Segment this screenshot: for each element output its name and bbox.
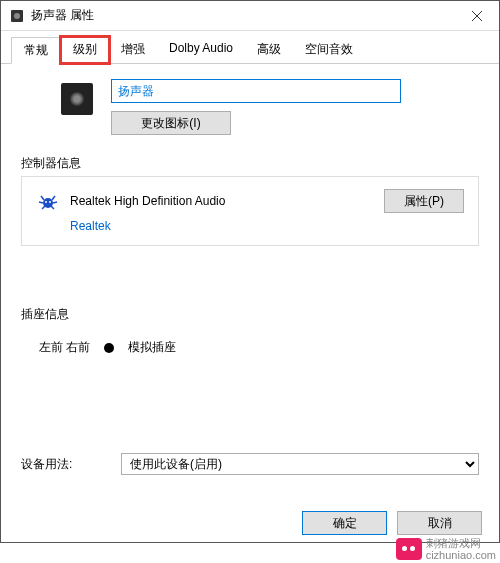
jack-color-indicator xyxy=(104,343,114,353)
jack-position: 左前 右前 xyxy=(39,339,90,356)
tab-advanced[interactable]: 高级 xyxy=(245,37,293,63)
jack-type: 模拟插座 xyxy=(128,339,176,356)
svg-point-3 xyxy=(45,201,47,203)
watermark-icon xyxy=(396,538,422,560)
tab-enhancements[interactable]: 增强 xyxy=(109,37,157,63)
ok-button[interactable]: 确定 xyxy=(302,511,387,535)
vendor-link[interactable]: Realtek xyxy=(70,219,111,233)
close-button[interactable] xyxy=(454,1,499,30)
dialog-buttons: 确定 取消 xyxy=(302,511,482,535)
realtek-icon xyxy=(36,189,60,213)
tab-dolby[interactable]: Dolby Audio xyxy=(157,37,245,63)
tab-levels[interactable]: 级别 xyxy=(61,37,109,63)
change-icon-button[interactable]: 更改图标(I) xyxy=(111,111,231,135)
watermark-line2: cizhuniao.com xyxy=(426,549,496,561)
titlebar: 扬声器 属性 xyxy=(1,1,499,31)
speaker-icon xyxy=(61,83,93,115)
svg-point-1 xyxy=(14,13,20,19)
device-header: 更改图标(I) xyxy=(61,79,479,135)
tab-spatial[interactable]: 空间音效 xyxy=(293,37,365,63)
tab-general[interactable]: 常规 xyxy=(11,37,61,64)
svg-point-4 xyxy=(49,201,51,203)
usage-label: 设备用法: xyxy=(21,456,111,473)
watermark-line1: 刺猪游戏网 xyxy=(426,537,496,549)
jack-group-label: 插座信息 xyxy=(21,306,479,323)
controller-group: Realtek High Definition Audio 属性(P) Real… xyxy=(21,176,479,246)
tab-strip: 常规 级别 增强 Dolby Audio 高级 空间音效 xyxy=(1,31,499,64)
device-name-input[interactable] xyxy=(111,79,401,103)
controller-properties-button[interactable]: 属性(P) xyxy=(384,189,464,213)
properties-dialog: 扬声器 属性 常规 级别 增强 Dolby Audio 高级 空间音效 更改图标… xyxy=(0,0,500,543)
cancel-button[interactable]: 取消 xyxy=(397,511,482,535)
controller-name: Realtek High Definition Audio xyxy=(70,194,374,208)
tab-content: 更改图标(I) 控制器信息 Realtek High Definition Au… xyxy=(1,64,499,490)
app-icon xyxy=(9,8,25,24)
device-usage-row: 设备用法: 使用此设备(启用) xyxy=(21,453,479,475)
usage-select[interactable]: 使用此设备(启用) xyxy=(121,453,479,475)
watermark: 刺猪游戏网 cizhuniao.com xyxy=(396,537,496,561)
window-title: 扬声器 属性 xyxy=(31,7,454,24)
controller-group-label: 控制器信息 xyxy=(21,155,479,172)
jack-group: 左前 右前 模拟插座 xyxy=(21,327,479,368)
